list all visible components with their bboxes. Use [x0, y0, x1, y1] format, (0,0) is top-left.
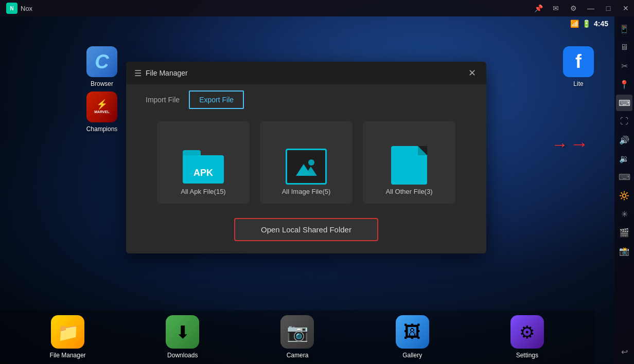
file-cards-container: APK All Apk File(15) — [138, 121, 474, 204]
champions-desktop-icon[interactable]: ⚡ MARVEL Champions — [81, 92, 122, 133]
statusbar: 📶 🔋 4:45 — [0, 16, 614, 31]
settings-button[interactable]: ⚙ — [565, 0, 582, 16]
tab-import[interactable]: Import File — [136, 90, 189, 109]
taskbar-item-settings[interactable]: ⚙ Settings — [506, 315, 548, 359]
taskbar-item-gallery[interactable]: 🖼 Gallery — [392, 315, 433, 359]
champions-icon-image: ⚡ MARVEL — [86, 92, 117, 122]
app-logo-area: N Nox — [0, 3, 39, 14]
arrow-indicator: → — [552, 133, 589, 155]
taskbar-item-file-manager[interactable]: 📁 File Manager — [47, 315, 89, 359]
other-file-body — [391, 146, 427, 185]
status-icons: 📶 🔋 4:45 — [570, 20, 608, 28]
modal-tabs: Import File Export File — [126, 84, 486, 109]
titlebar: N Nox 📌 ✉ ⚙ — □ ✕ — [0, 0, 634, 16]
gallery-label: Gallery — [402, 352, 422, 359]
other-card-label: All Other File(3) — [385, 188, 432, 195]
restore-button[interactable]: □ — [600, 0, 617, 16]
sidebar-icon-expand[interactable]: ⛶ — [616, 113, 632, 130]
fb-lite-desktop-icon[interactable]: f Lite — [558, 46, 599, 87]
open-local-shared-folder-button[interactable]: Open Local Shared Folder — [234, 218, 378, 241]
other-file-card[interactable]: All Other File(3) — [363, 121, 455, 204]
camera-icon: 📷 — [280, 315, 314, 349]
sidebar-icon-gyro[interactable]: 🔆 — [616, 187, 632, 204]
email-button[interactable]: ✉ — [548, 0, 564, 16]
sidebar-icon-camera2[interactable]: 📸 — [616, 243, 632, 259]
taskbar-item-camera[interactable]: 📷 Camera — [277, 315, 318, 359]
file-manager-label: File Manager — [50, 352, 86, 359]
settings-label: Settings — [516, 352, 538, 359]
sidebar-icon-back[interactable]: ↩ — [616, 343, 632, 360]
file-manager-modal[interactable]: ☰ File Manager ✕ Import File Export File… — [126, 62, 486, 253]
taskbar-item-downloads[interactable]: ⬇ Downloads — [162, 315, 203, 359]
other-file-corner — [418, 146, 427, 155]
sidebar-icon-volume-up[interactable]: 🔊 — [616, 132, 632, 148]
sidebar-icon-location[interactable]: 📍 — [616, 76, 632, 93]
sidebar-icon-phone[interactable]: 📱 — [616, 21, 632, 37]
sidebar-icon-screen[interactable]: 🖥 — [616, 39, 632, 56]
pin-button[interactable]: 📌 — [530, 0, 547, 16]
camera-label: Camera — [287, 352, 309, 359]
wifi-icon: 📶 — [570, 20, 579, 28]
apk-folder-body: APK — [183, 155, 224, 184]
apk-card-label: All Apk File(15) — [181, 188, 225, 195]
modal-title-text: File Manager — [146, 69, 188, 77]
image-file-card[interactable]: All Image File(5) — [260, 121, 353, 204]
nox-logo: N — [6, 3, 17, 14]
sidebar-icon-volume-down[interactable]: 🔉 — [616, 150, 632, 167]
battery-icon: 🔋 — [582, 20, 591, 28]
modal-close-button[interactable]: ✕ — [466, 67, 478, 79]
sidebar-icon-keyboard2[interactable]: ⌨ — [616, 169, 632, 185]
minimize-button[interactable]: — — [583, 0, 599, 16]
apk-text: APK — [183, 168, 224, 178]
sidebar-icon-scissors[interactable]: ✂ — [616, 58, 632, 74]
right-sidebar: 📱 🖥 ✂ 📍 ⌨ ⛶ 🔊 🔉 ⌨ 🔆 ✳ 🎬 📸 ↩ — [614, 16, 634, 364]
modal-header: ☰ File Manager ✕ — [126, 62, 486, 84]
taskbar: 📁 File Manager ⬇ Downloads 📷 Camera 🖼 Ga… — [0, 310, 595, 364]
modal-title-area: ☰ File Manager — [134, 68, 188, 78]
settings-icon: ⚙ — [510, 315, 544, 349]
image-file-icon — [286, 149, 327, 185]
fb-lite-icon-image: f — [563, 46, 594, 77]
file-manager-icon: 📁 — [51, 315, 84, 349]
other-file-icon — [391, 146, 427, 185]
apk-folder-icon: APK — [183, 150, 224, 184]
downloads-label: Downloads — [167, 352, 198, 359]
browser-desktop-icon[interactable]: C Browser — [81, 46, 122, 87]
image-card-label: All Image File(5) — [282, 188, 331, 195]
champions-icon-label: Champions — [86, 125, 118, 133]
browser-icon-image: C — [86, 46, 117, 77]
fb-lite-icon-label: Lite — [573, 80, 583, 87]
image-file-body — [286, 149, 327, 185]
modal-content: APK All Apk File(15) — [126, 109, 486, 253]
tab-export[interactable]: Export File — [189, 90, 244, 109]
close-button[interactable]: ✕ — [618, 0, 634, 16]
gallery-icon: 🖼 — [396, 315, 429, 349]
status-time: 4:45 — [594, 20, 608, 28]
sidebar-icon-multi[interactable]: ✳ — [616, 206, 632, 222]
svg-point-0 — [308, 159, 314, 166]
sidebar-icon-video[interactable]: 🎬 — [616, 224, 632, 241]
apk-file-card[interactable]: APK All Apk File(15) — [157, 121, 250, 204]
sidebar-icon-keyboard[interactable]: ⌨ — [616, 95, 632, 111]
downloads-icon: ⬇ — [166, 315, 199, 349]
titlebar-controls: 📌 ✉ ⚙ — □ ✕ — [530, 0, 634, 16]
app-title: Nox — [21, 5, 32, 12]
browser-icon-label: Browser — [91, 80, 113, 87]
mountain-svg — [293, 156, 319, 177]
modal-folder-icon: ☰ — [134, 68, 142, 78]
